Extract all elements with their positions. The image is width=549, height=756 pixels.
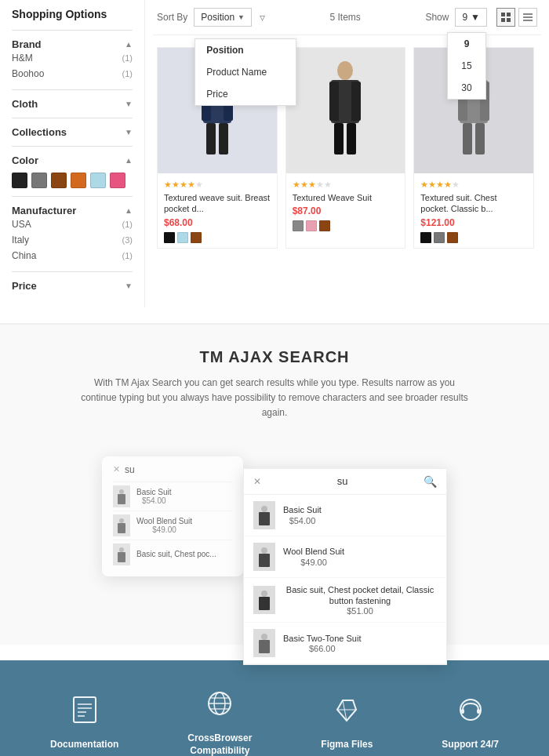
product-stars-1: ★★★★★: [164, 180, 271, 190]
product-info-3: ★★★★★ Textured suit. Chest pocket. Class…: [414, 173, 533, 248]
filter-manufacturer: Manufacturer ▲ USA (1) Italy (3) China (…: [12, 196, 133, 271]
svg-rect-40: [259, 554, 270, 567]
filter-color: Color ▲: [12, 146, 133, 196]
filter-collections-label: Collections: [12, 126, 67, 138]
sort-option-position[interactable]: Position: [195, 39, 296, 61]
color-brown[interactable]: [447, 232, 458, 243]
result-thumb-l1: [253, 501, 275, 529]
brand-boohoo[interactable]: Boohoo (1): [12, 66, 133, 82]
color-swatch-lightblue[interactable]: [90, 173, 106, 188]
result-thumb: [113, 485, 130, 507]
color-swatch-brown-dark[interactable]: [51, 173, 67, 188]
svg-rect-34: [118, 523, 125, 533]
search-large-popup: ✕ su 🔍 Basic Suit $54.00 Wool Blend Suit: [243, 468, 447, 666]
filter-cloth: Cloth ▼: [12, 89, 133, 118]
svg-rect-42: [259, 597, 270, 610]
close-icon-small[interactable]: ✕: [113, 464, 120, 474]
product-card-2[interactable]: ★★★★★ Textured Weave Suit $87.00: [285, 47, 406, 249]
search-result-small-3[interactable]: Basic suit, Chest poc...: [113, 540, 232, 569]
list-view-icon[interactable]: [518, 8, 537, 27]
show-option-30[interactable]: 30: [448, 77, 485, 99]
items-count: 5 Items: [271, 12, 419, 23]
color-gray[interactable]: [434, 232, 445, 243]
search-result-small-2[interactable]: Wool Blend Suit $49.00: [113, 511, 232, 540]
view-toggle: [496, 8, 537, 27]
show-option-15[interactable]: 15: [448, 55, 485, 77]
product-info-2: ★★★★★ Textured Weave Suit $87.00: [286, 173, 405, 236]
show-option-9[interactable]: 9: [448, 33, 485, 55]
grid-view-icon[interactable]: [496, 8, 515, 27]
product-price-2: $87.00: [293, 205, 399, 216]
svg-point-15: [337, 61, 353, 80]
sort-option-price[interactable]: Price: [195, 83, 296, 105]
svg-rect-6: [523, 20, 533, 21]
result-thumb: [113, 543, 130, 565]
product-image-2: [286, 48, 405, 173]
chevron-up-icon: ▲: [125, 40, 133, 49]
filter-cloth-header[interactable]: Cloth ▼: [12, 98, 133, 110]
crossbrowser-icon: [187, 688, 252, 725]
footer-figma[interactable]: Figma Files: [321, 694, 373, 751]
brand-hm[interactable]: H&M (1): [12, 50, 133, 66]
svg-rect-30: [483, 99, 489, 114]
product-price-3: $121.00: [420, 217, 527, 228]
result-thumb-l3: [253, 586, 275, 614]
svg-rect-58: [461, 709, 464, 714]
color-swatch-gray[interactable]: [31, 173, 47, 188]
color-swatch-black[interactable]: [12, 173, 27, 188]
support-icon: [442, 694, 499, 732]
footer-documentation[interactable]: Documentation: [50, 694, 118, 751]
color-swatch-brown[interactable]: [71, 173, 86, 188]
manufacturer-china[interactable]: China (1): [12, 248, 133, 264]
sort-select[interactable]: Position ▼ Position Product Name Price: [194, 8, 252, 27]
footer-support[interactable]: Support 24/7: [442, 694, 499, 751]
filter-color-header[interactable]: Color ▲: [12, 154, 133, 166]
sort-by-label: Sort By: [157, 12, 187, 23]
product-colors-1: [164, 232, 271, 243]
filter-manufacturer-header[interactable]: Manufacturer ▲: [12, 205, 133, 216]
sidebar-title: Shopping Options: [12, 8, 133, 20]
search-large-result-3[interactable]: Basic suit, Chest pocket detail, Classic…: [244, 578, 446, 623]
color-brown[interactable]: [319, 220, 330, 231]
sort-option-name[interactable]: Product Name: [195, 61, 296, 83]
show-select[interactable]: 9 ▼ 9 15 30: [455, 8, 487, 27]
search-small-popup: ✕ su Basic Suit $54.00 Wool Blend Suit: [102, 456, 243, 576]
svg-rect-29: [458, 99, 464, 114]
filter-collections-header[interactable]: Collections ▼: [12, 126, 133, 138]
search-icon[interactable]: 🔍: [424, 475, 437, 488]
filter-price-header[interactable]: Price ▼: [12, 280, 133, 292]
svg-rect-11: [206, 123, 216, 154]
search-result-small-1[interactable]: Basic Suit $54.00: [113, 482, 232, 511]
search-large-result-1[interactable]: Basic Suit $54.00: [244, 495, 446, 536]
svg-rect-44: [259, 640, 270, 653]
filter-cloth-label: Cloth: [12, 98, 38, 110]
footer: Documentation CrossBrowserCompatibility …: [0, 660, 549, 756]
svg-rect-2: [501, 18, 505, 22]
chevron-up-icon: ▲: [125, 206, 133, 215]
color-gray[interactable]: [293, 220, 304, 231]
sidebar: Shopping Options Brand ▲ H&M (1) Boohoo …: [0, 0, 145, 307]
manufacturer-usa[interactable]: USA (1): [12, 216, 133, 232]
color-lightblue[interactable]: [177, 232, 188, 243]
color-swatch-pink[interactable]: [110, 173, 125, 188]
color-pink[interactable]: [306, 220, 317, 231]
svg-rect-20: [347, 123, 356, 154]
manufacturer-italy[interactable]: Italy (3): [12, 232, 133, 248]
search-large-result-4[interactable]: Basic Two-Tone Suit $66.00: [244, 623, 446, 664]
close-icon-large[interactable]: ✕: [253, 476, 261, 487]
footer-crossbrowser[interactable]: CrossBrowserCompatibility: [187, 688, 252, 756]
color-black[interactable]: [164, 232, 175, 243]
filter-price-label: Price: [12, 280, 37, 292]
filter-manufacturer-items: USA (1) Italy (3) China (1): [12, 216, 133, 264]
color-black[interactable]: [420, 232, 431, 243]
filter-brand-header[interactable]: Brand ▲: [12, 38, 133, 50]
footer-figma-label: Figma Files: [321, 738, 373, 751]
svg-rect-3: [507, 18, 511, 22]
svg-point-41: [261, 591, 267, 597]
filter-brand-items: H&M (1) Boohoo (1): [12, 50, 133, 82]
chevron-down-icon: ▼: [238, 13, 245, 21]
svg-rect-19: [334, 123, 344, 154]
color-brown[interactable]: [191, 232, 202, 243]
product-name-2: Textured Weave Suit: [293, 192, 399, 203]
search-large-result-2[interactable]: Wool Blend Suit $49.00: [244, 536, 446, 578]
